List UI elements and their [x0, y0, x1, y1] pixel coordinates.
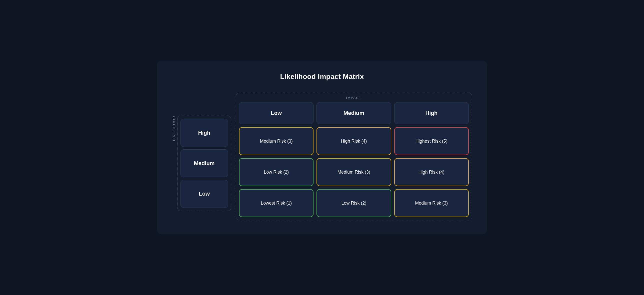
cell-medium-medium: Medium Risk (3) — [316, 158, 391, 186]
row-header-high: High — [180, 119, 228, 147]
matrix-card: Likelihood Impact Matrix LIKELIHOOD High… — [157, 61, 487, 234]
data-rows: Medium Risk (3) High Risk (4) Highest Ri… — [239, 127, 469, 217]
data-row-high: Medium Risk (3) High Risk (4) Highest Ri… — [239, 127, 469, 155]
col-headers-row: Low Medium High — [239, 102, 469, 124]
impact-section: IMPACT Low Medium High — [236, 93, 472, 220]
page-title: Likelihood Impact Matrix — [172, 73, 472, 81]
cell-low-high: Medium Risk (3) — [394, 189, 469, 217]
cell-medium-high: High Risk (4) — [394, 158, 469, 186]
data-row-low: Lowest Risk (1) Low Risk (2) Medium Risk… — [239, 189, 469, 217]
likelihood-dashed-box: High Medium Low — [177, 116, 231, 211]
col-header-low: Low — [239, 102, 314, 124]
cell-high-high: Highest Risk (5) — [394, 127, 469, 155]
cell-high-low: Medium Risk (3) — [239, 127, 314, 155]
col-header-high: High — [394, 102, 469, 124]
likelihood-label: LIKELIHOOD — [172, 116, 176, 141]
impact-dashed-box: IMPACT Low Medium High — [236, 93, 472, 220]
row-header-low: Low — [180, 180, 228, 208]
left-panel: LIKELIHOOD High Medium Low — [172, 93, 236, 211]
impact-label: IMPACT — [346, 96, 362, 100]
cell-low-low: Lowest Risk (1) — [239, 189, 314, 217]
row-header-medium: Medium — [180, 149, 228, 177]
data-row-medium: Low Risk (2) Medium Risk (3) High Risk (… — [239, 158, 469, 186]
col-header-medium: Medium — [316, 102, 391, 124]
matrix-layout: LIKELIHOOD High Medium Low IMPACT — [172, 93, 472, 220]
impact-label-row: IMPACT — [239, 96, 469, 100]
cell-high-medium: High Risk (4) — [316, 127, 391, 155]
likelihood-label-container: LIKELIHOOD — [172, 116, 176, 141]
cell-medium-low: Low Risk (2) — [239, 158, 314, 186]
cell-low-medium: Low Risk (2) — [316, 189, 391, 217]
